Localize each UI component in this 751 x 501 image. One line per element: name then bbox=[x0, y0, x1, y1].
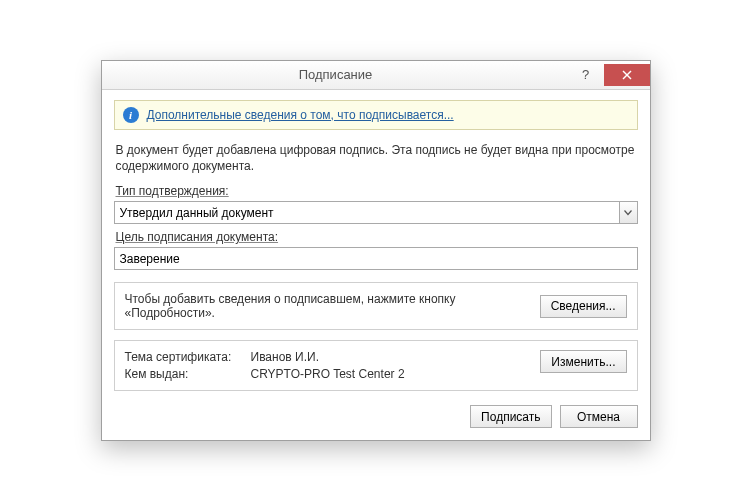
signer-details-text: Чтобы добавить сведения о подписавшем, н… bbox=[125, 292, 530, 320]
cancel-button[interactable]: Отмена bbox=[560, 405, 638, 428]
signer-details-panel: Чтобы добавить сведения о подписавшем, н… bbox=[114, 282, 638, 330]
dialog-body: i Дополнительные сведения о том, что под… bbox=[102, 90, 650, 440]
close-button[interactable] bbox=[604, 64, 650, 86]
commitment-type-input[interactable] bbox=[115, 202, 619, 223]
info-icon: i bbox=[123, 107, 139, 123]
info-link[interactable]: Дополнительные сведения о том, что подпи… bbox=[147, 108, 454, 122]
chevron-down-icon bbox=[624, 210, 632, 216]
certificate-panel: Тема сертификата: Иванов И.И. Кем выдан:… bbox=[114, 340, 638, 391]
combo-dropdown-button[interactable] bbox=[619, 202, 637, 223]
description-text: В документ будет добавлена цифровая подп… bbox=[116, 142, 636, 174]
signing-dialog: Подписание ? i Дополнительные сведения о… bbox=[101, 60, 651, 441]
commitment-type-combo[interactable] bbox=[114, 201, 638, 224]
purpose-label: Цель подписания документа: bbox=[116, 230, 636, 244]
close-icon bbox=[622, 70, 632, 80]
purpose-field[interactable] bbox=[114, 247, 638, 270]
titlebar: Подписание ? bbox=[102, 61, 650, 90]
certificate-info: Тема сертификата: Иванов И.И. Кем выдан:… bbox=[125, 350, 531, 381]
purpose-input[interactable] bbox=[115, 248, 637, 269]
sign-button[interactable]: Подписать bbox=[470, 405, 551, 428]
dialog-footer: Подписать Отмена bbox=[114, 405, 638, 428]
cert-button-wrap: Изменить... bbox=[540, 350, 626, 381]
help-button[interactable]: ? bbox=[570, 64, 602, 86]
details-button[interactable]: Сведения... bbox=[540, 295, 627, 318]
cert-subject-label: Тема сертификата: bbox=[125, 350, 245, 364]
cert-subject-value: Иванов И.И. bbox=[251, 350, 531, 364]
cert-issuer-label: Кем выдан: bbox=[125, 367, 245, 381]
commitment-type-label: Тип подтверждения: bbox=[116, 184, 636, 198]
change-cert-button[interactable]: Изменить... bbox=[540, 350, 626, 373]
cert-issuer-value: CRYPTO-PRO Test Center 2 bbox=[251, 367, 531, 381]
dialog-title: Подписание bbox=[102, 67, 570, 82]
info-bar: i Дополнительные сведения о том, что под… bbox=[114, 100, 638, 130]
